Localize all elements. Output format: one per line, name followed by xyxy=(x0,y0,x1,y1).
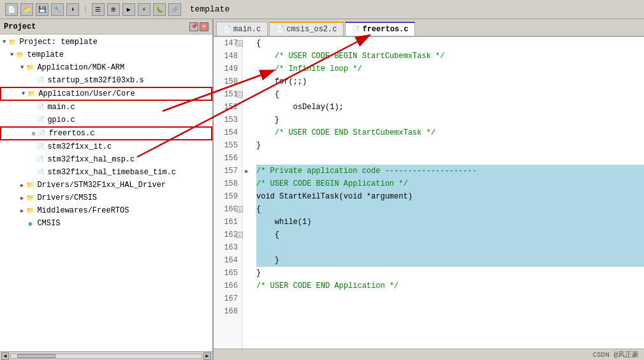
panel-controls: 📌 × xyxy=(189,22,209,31)
bottom-bar: CSDN @风正豪 xyxy=(214,349,644,360)
connect-icon[interactable]: 🔗 xyxy=(168,3,181,16)
diamond-icon: ◆ xyxy=(25,218,35,229)
line-num-148: 148 xyxy=(214,50,242,63)
titlebar: 📄 📂 💾 🔧 ⬇ | ☰ ⊞ ▶ ⚡ 🐛 🔗 template xyxy=(0,0,644,19)
main-layout: Project 📌 × ▼ 📁 Project: template ▼ 📁 te… xyxy=(0,19,644,360)
folder-icon: 📁 xyxy=(7,37,17,47)
line-num-164: 164 xyxy=(214,254,242,267)
expand-icon: ▼ xyxy=(10,52,13,58)
folder-icon: 📁 xyxy=(26,89,36,99)
code-area[interactable]: 147 - 148 149 150 151 - 152 153 154 155 … xyxy=(214,37,644,360)
tab-freertos-c[interactable]: 📄 freertos.c xyxy=(345,22,415,36)
tree-label: stm32f1xx_hal_timebase_tim.c xyxy=(47,168,176,177)
tree-item-stm32-hal-timebase[interactable]: ▷ 📄 stm32f1xx_hal_timebase_tim.c xyxy=(0,166,212,179)
line-num-150: 150 xyxy=(214,75,242,88)
code-line-147: { xyxy=(256,37,644,50)
code-line-155: } xyxy=(256,139,644,152)
scroll-left-button[interactable]: ◀ xyxy=(1,352,9,360)
code-line-162: { xyxy=(256,229,644,241)
line-num-153: 153 xyxy=(214,114,242,126)
code-line-163 xyxy=(256,241,644,254)
code-line-149: /* Infinite loop */ xyxy=(256,63,644,75)
tab-main-c[interactable]: 📄 main.c xyxy=(216,22,268,36)
tree-label: Drivers/CMSIS xyxy=(37,193,97,202)
tree-label: startup_stm32f103xb.s xyxy=(47,76,143,85)
build-icon[interactable]: ▶ xyxy=(122,3,135,16)
tree-item-main-c[interactable]: ▷ 📄 main.c xyxy=(0,101,212,114)
debug-icon[interactable]: 🐛 xyxy=(153,3,166,16)
flash-icon[interactable]: ⚡ xyxy=(138,3,150,16)
code-lines: { /* USER CODE BEGIN StartCubemxTask */ … xyxy=(251,37,644,360)
mode-icon[interactable]: ☰ xyxy=(92,3,105,16)
tree-item-stm32-hal-msp[interactable]: ▷ 📄 stm32f1xx_hal_msp.c xyxy=(0,153,212,166)
line-num-155: 155 xyxy=(214,139,242,152)
scroll-thumb[interactable] xyxy=(17,354,55,358)
tree-item-startup[interactable]: ▷ 📄 startup_stm32f103xb.s xyxy=(0,74,212,87)
tree-item-stm32-it[interactable]: ▷ 📄 stm32f1xx_it.c xyxy=(0,140,212,153)
project-panel-title: Project xyxy=(4,22,36,31)
file-icon: 📄 xyxy=(35,102,45,112)
code-line-152: osDelay(1); xyxy=(256,101,644,114)
line-num-151: 151 - xyxy=(214,88,242,101)
load-icon[interactable]: ⬇ xyxy=(66,3,79,16)
tree-item-cmsis[interactable]: ▷ ◆ CMSIS xyxy=(0,217,212,230)
scroll-track xyxy=(10,354,202,359)
tree-item-template[interactable]: ▼ 📁 template xyxy=(0,49,212,61)
line-numbers: 147 - 148 149 150 151 - 152 153 154 155 … xyxy=(214,37,242,360)
grid-icon[interactable]: ⊞ xyxy=(107,3,120,16)
toolbar-icons: 📄 📂 💾 🔧 ⬇ | ☰ ⊞ ▶ ⚡ 🐛 🔗 xyxy=(5,3,181,16)
file-icon: 📄 xyxy=(36,128,47,139)
code-line-156 xyxy=(256,152,644,165)
code-line-148: /* USER CODE BEGIN StartCubemxTask */ xyxy=(256,50,644,63)
folder-icon: 📁 xyxy=(25,193,35,203)
expand-icon: ▶ xyxy=(20,182,24,189)
code-line-159: void StartKeilTask(void *argument) xyxy=(256,190,644,203)
tab-bar: 📄 main.c 📄 cmsis_os2.c 📄 freertos.c xyxy=(214,19,644,37)
scroll-right-button[interactable]: ▶ xyxy=(203,352,211,360)
file-icon: 📄 xyxy=(35,142,45,152)
tools-icon[interactable]: 🔧 xyxy=(51,3,64,16)
new-icon[interactable]: 📄 xyxy=(5,3,18,16)
code-line-151: { xyxy=(256,88,644,101)
folder-icon: 📁 xyxy=(25,180,35,190)
tree-item-drivers-cmsis[interactable]: ▶ 📁 Drivers/CMSIS xyxy=(0,191,212,204)
code-line-157: /* Private application code ------------… xyxy=(256,165,644,177)
tree-label: stm32f1xx_it.c xyxy=(47,142,112,151)
close-button[interactable]: × xyxy=(200,22,209,31)
tree-item-app-user-core[interactable]: ▼ 📁 Application/User/Core xyxy=(0,87,212,101)
line-num-159: 159 xyxy=(214,190,242,203)
tree-item-freertos-c[interactable]: ⊞ 📄 freertos.c xyxy=(0,126,212,140)
file-icon: 📄 xyxy=(35,75,45,86)
project-panel: Project 📌 × ▼ 📁 Project: template ▼ 📁 te… xyxy=(0,19,214,360)
watermark-text: CSDN @风正豪 xyxy=(592,350,639,359)
tree-item-middlewares-freertos[interactable]: ▶ 📁 Middlewares/FreeRTOS xyxy=(0,204,212,217)
editor-panel: 📄 main.c 📄 cmsis_os2.c 📄 freertos.c 147 … xyxy=(214,19,644,360)
pin-button[interactable]: 📌 xyxy=(189,22,198,31)
code-line-165: } xyxy=(256,267,644,280)
tree-label: template xyxy=(27,50,64,59)
line-num-162: 162 - xyxy=(214,229,242,241)
tree-item-drivers-stm32[interactable]: ▶ 📁 Drivers/STM32F1xx_HAL_Driver xyxy=(0,179,212,191)
code-with-fold: ▶ { /* xyxy=(242,37,644,360)
code-line-167 xyxy=(256,292,644,305)
tree-item-app-mdk[interactable]: ▼ 📁 Application/MDK-ARM xyxy=(0,61,212,74)
line-num-147: 147 - xyxy=(214,37,242,50)
app-title: template xyxy=(190,4,230,14)
project-panel-header: Project 📌 × xyxy=(0,19,212,34)
tree-item-project-root[interactable]: ▼ 📁 Project: template xyxy=(0,36,212,49)
save-icon[interactable]: 💾 xyxy=(36,3,48,16)
tab-cmsis-os2[interactable]: 📄 cmsis_os2.c xyxy=(269,22,344,36)
expand-icon: ▼ xyxy=(20,64,24,71)
folder-icon: 📁 xyxy=(25,206,35,216)
code-line-158: /* USER CODE BEGIN Application */ xyxy=(256,177,644,190)
file-icon: 📄 xyxy=(35,167,45,177)
expand-icon: ⊞ xyxy=(32,130,35,137)
tree-item-gpio-c[interactable]: ▷ 📄 gpio.c xyxy=(0,114,212,126)
open-icon[interactable]: 📂 xyxy=(20,3,33,16)
expand-icon: ▼ xyxy=(22,91,25,97)
folder-icon: 📁 xyxy=(15,50,25,60)
line-num-167: 167 xyxy=(214,292,242,305)
tab-label: freertos.c xyxy=(362,25,408,34)
tree-label: Project: template xyxy=(19,38,97,47)
tree-label: Application/User/Core xyxy=(38,89,135,98)
